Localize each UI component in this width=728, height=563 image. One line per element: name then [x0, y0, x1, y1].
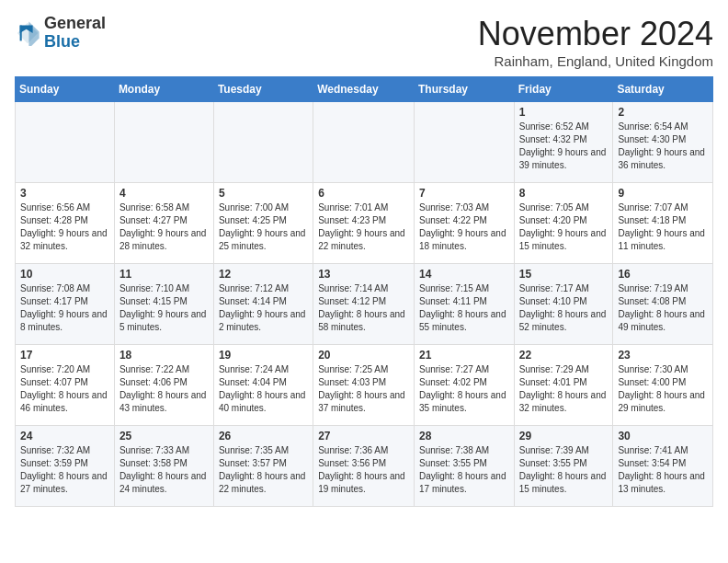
calendar-cell: 1Sunrise: 6:52 AM Sunset: 4:32 PM Daylig… [514, 102, 613, 183]
day-info: Sunrise: 7:36 AM Sunset: 3:56 PM Dayligh… [318, 444, 409, 496]
calendar-cell: 7Sunrise: 7:03 AM Sunset: 4:22 PM Daylig… [414, 183, 514, 264]
calendar-week-3: 10Sunrise: 7:08 AM Sunset: 4:17 PM Dayli… [16, 264, 713, 345]
day-number: 8 [519, 187, 609, 200]
day-info: Sunrise: 7:25 AM Sunset: 4:03 PM Dayligh… [318, 363, 409, 415]
day-number: 18 [119, 349, 209, 362]
day-info: Sunrise: 7:24 AM Sunset: 4:04 PM Dayligh… [219, 363, 308, 415]
calendar-cell: 18Sunrise: 7:22 AM Sunset: 4:06 PM Dayli… [114, 345, 213, 426]
day-number: 13 [318, 268, 409, 281]
day-number: 30 [618, 430, 708, 442]
day-number: 5 [219, 187, 308, 200]
weekday-header-monday: Monday [114, 77, 213, 102]
logo: General Blue [15, 15, 106, 52]
calendar-cell: 4Sunrise: 6:58 AM Sunset: 4:27 PM Daylig… [114, 183, 213, 264]
day-number: 25 [119, 430, 209, 442]
calendar-cell: 17Sunrise: 7:20 AM Sunset: 4:07 PM Dayli… [16, 345, 115, 426]
day-number: 15 [519, 268, 609, 281]
day-info: Sunrise: 7:20 AM Sunset: 4:07 PM Dayligh… [20, 363, 109, 415]
day-number: 16 [618, 268, 708, 281]
day-number: 29 [519, 430, 609, 442]
day-number: 26 [219, 430, 308, 442]
location: Rainham, England, United Kingdom [478, 53, 713, 69]
calendar-table: SundayMondayTuesdayWednesdayThursdayFrid… [15, 76, 713, 507]
day-info: Sunrise: 7:41 AM Sunset: 3:54 PM Dayligh… [618, 444, 708, 496]
day-info: Sunrise: 7:22 AM Sunset: 4:06 PM Dayligh… [119, 363, 209, 415]
calendar-header: SundayMondayTuesdayWednesdayThursdayFrid… [16, 77, 713, 102]
calendar-cell: 15Sunrise: 7:17 AM Sunset: 4:10 PM Dayli… [514, 264, 613, 345]
day-number: 10 [20, 268, 109, 281]
calendar-week-1: 1Sunrise: 6:52 AM Sunset: 4:32 PM Daylig… [16, 102, 713, 183]
day-info: Sunrise: 7:29 AM Sunset: 4:01 PM Dayligh… [519, 363, 609, 415]
svg-marker-1 [28, 21, 39, 46]
day-info: Sunrise: 7:00 AM Sunset: 4:25 PM Dayligh… [219, 201, 308, 253]
weekday-header-wednesday: Wednesday [313, 77, 415, 102]
day-info: Sunrise: 7:10 AM Sunset: 4:15 PM Dayligh… [119, 282, 209, 334]
day-number: 4 [119, 187, 209, 200]
calendar-cell [16, 102, 115, 183]
calendar-cell: 6Sunrise: 7:01 AM Sunset: 4:23 PM Daylig… [313, 183, 415, 264]
calendar-cell [414, 102, 514, 183]
day-number: 27 [318, 430, 409, 442]
logo-text: General Blue [44, 15, 106, 52]
day-info: Sunrise: 7:15 AM Sunset: 4:11 PM Dayligh… [419, 282, 509, 334]
weekday-header-row: SundayMondayTuesdayWednesdayThursdayFrid… [16, 77, 713, 102]
calendar-cell: 2Sunrise: 6:54 AM Sunset: 4:30 PM Daylig… [613, 102, 713, 183]
calendar-cell: 20Sunrise: 7:25 AM Sunset: 4:03 PM Dayli… [313, 345, 415, 426]
calendar-cell: 13Sunrise: 7:14 AM Sunset: 4:12 PM Dayli… [313, 264, 415, 345]
day-info: Sunrise: 7:32 AM Sunset: 3:59 PM Dayligh… [20, 444, 109, 496]
day-number: 12 [219, 268, 308, 281]
calendar-cell: 5Sunrise: 7:00 AM Sunset: 4:25 PM Daylig… [213, 183, 313, 264]
calendar-cell: 12Sunrise: 7:12 AM Sunset: 4:14 PM Dayli… [213, 264, 313, 345]
calendar-cell: 22Sunrise: 7:29 AM Sunset: 4:01 PM Dayli… [514, 345, 613, 426]
day-number: 7 [419, 187, 509, 200]
day-number: 6 [318, 187, 409, 200]
day-number: 3 [20, 187, 109, 200]
svg-rect-3 [20, 25, 22, 40]
day-info: Sunrise: 7:39 AM Sunset: 3:55 PM Dayligh… [519, 444, 609, 496]
day-info: Sunrise: 7:03 AM Sunset: 4:22 PM Dayligh… [419, 201, 509, 253]
calendar-cell [313, 102, 415, 183]
weekday-header-thursday: Thursday [414, 77, 514, 102]
calendar-cell: 3Sunrise: 6:56 AM Sunset: 4:28 PM Daylig… [16, 183, 115, 264]
calendar-week-4: 17Sunrise: 7:20 AM Sunset: 4:07 PM Dayli… [16, 345, 713, 426]
calendar-cell [114, 102, 213, 183]
calendar-body: 1Sunrise: 6:52 AM Sunset: 4:32 PM Daylig… [16, 102, 713, 507]
calendar-cell: 27Sunrise: 7:36 AM Sunset: 3:56 PM Dayli… [313, 426, 415, 507]
weekday-header-tuesday: Tuesday [213, 77, 313, 102]
day-number: 19 [219, 349, 308, 362]
day-number: 17 [20, 349, 109, 362]
calendar-cell: 28Sunrise: 7:38 AM Sunset: 3:55 PM Dayli… [414, 426, 514, 507]
calendar-cell: 24Sunrise: 7:32 AM Sunset: 3:59 PM Dayli… [16, 426, 115, 507]
calendar-cell: 19Sunrise: 7:24 AM Sunset: 4:04 PM Dayli… [213, 345, 313, 426]
calendar-cell: 23Sunrise: 7:30 AM Sunset: 4:00 PM Dayli… [613, 345, 713, 426]
day-info: Sunrise: 7:14 AM Sunset: 4:12 PM Dayligh… [318, 282, 409, 334]
calendar-cell [213, 102, 313, 183]
day-info: Sunrise: 7:38 AM Sunset: 3:55 PM Dayligh… [419, 444, 509, 496]
day-number: 14 [419, 268, 509, 281]
day-number: 22 [519, 349, 609, 362]
weekday-header-saturday: Saturday [613, 77, 713, 102]
calendar-cell: 30Sunrise: 7:41 AM Sunset: 3:54 PM Dayli… [613, 426, 713, 507]
month-title: November 2024 [478, 15, 713, 53]
day-info: Sunrise: 7:33 AM Sunset: 3:58 PM Dayligh… [119, 444, 209, 496]
calendar-cell: 14Sunrise: 7:15 AM Sunset: 4:11 PM Dayli… [414, 264, 514, 345]
day-info: Sunrise: 7:19 AM Sunset: 4:08 PM Dayligh… [618, 282, 708, 334]
page-header: General Blue November 2024 Rainham, Engl… [15, 15, 713, 69]
day-number: 11 [119, 268, 209, 281]
day-info: Sunrise: 6:54 AM Sunset: 4:30 PM Dayligh… [618, 121, 708, 172]
calendar-cell: 16Sunrise: 7:19 AM Sunset: 4:08 PM Dayli… [613, 264, 713, 345]
calendar-cell: 9Sunrise: 7:07 AM Sunset: 4:18 PM Daylig… [613, 183, 713, 264]
title-block: November 2024 Rainham, England, United K… [478, 15, 713, 69]
calendar-cell: 25Sunrise: 7:33 AM Sunset: 3:58 PM Dayli… [114, 426, 213, 507]
calendar-cell: 26Sunrise: 7:35 AM Sunset: 3:57 PM Dayli… [213, 426, 313, 507]
day-info: Sunrise: 7:30 AM Sunset: 4:00 PM Dayligh… [618, 363, 708, 415]
calendar-cell: 8Sunrise: 7:05 AM Sunset: 4:20 PM Daylig… [514, 183, 613, 264]
day-info: Sunrise: 7:35 AM Sunset: 3:57 PM Dayligh… [219, 444, 308, 496]
day-info: Sunrise: 7:08 AM Sunset: 4:17 PM Dayligh… [20, 282, 109, 334]
calendar-week-2: 3Sunrise: 6:56 AM Sunset: 4:28 PM Daylig… [16, 183, 713, 264]
day-info: Sunrise: 7:07 AM Sunset: 4:18 PM Dayligh… [618, 201, 708, 253]
day-number: 23 [618, 349, 708, 362]
day-number: 21 [419, 349, 509, 362]
calendar-week-5: 24Sunrise: 7:32 AM Sunset: 3:59 PM Dayli… [16, 426, 713, 507]
calendar-cell: 21Sunrise: 7:27 AM Sunset: 4:02 PM Dayli… [414, 345, 514, 426]
